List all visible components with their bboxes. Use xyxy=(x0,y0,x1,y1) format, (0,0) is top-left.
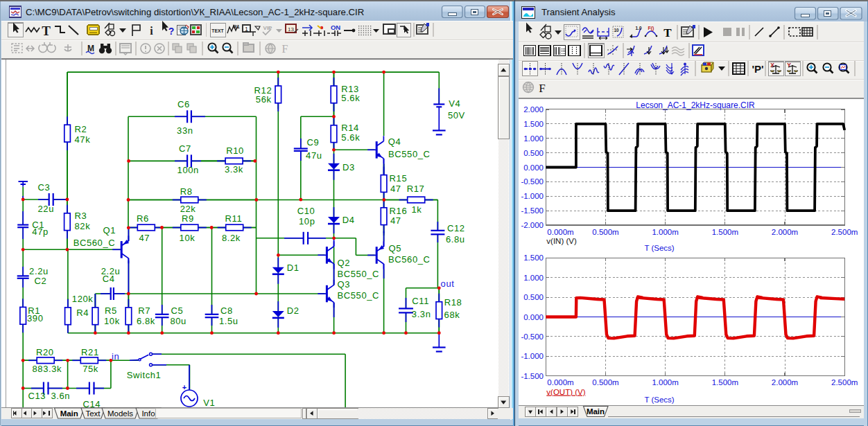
svg-text:R21: R21 xyxy=(81,347,99,357)
svg-text:BC550_C: BC550_C xyxy=(338,269,380,279)
svg-text:1.5u: 1.5u xyxy=(219,316,238,326)
svg-text:-1.000: -1.000 xyxy=(521,352,544,360)
svg-text:-1.500: -1.500 xyxy=(521,372,544,380)
svg-text:Info: Info xyxy=(141,409,155,418)
svg-text:ON: ON xyxy=(331,24,340,31)
svg-text:1.000m: 1.000m xyxy=(652,228,678,236)
svg-text:D1: D1 xyxy=(287,263,300,273)
svg-text:47: 47 xyxy=(390,215,401,226)
svg-text:v(IN) (V): v(IN) (V) xyxy=(546,237,577,245)
svg-text:Models: Models xyxy=(107,409,133,418)
svg-text:R11: R11 xyxy=(225,213,243,224)
svg-text:5.6k: 5.6k xyxy=(341,132,360,143)
svg-text:2.000: 2.000 xyxy=(523,105,544,114)
svg-text:?: ? xyxy=(168,26,175,37)
svg-text:C5: C5 xyxy=(171,305,183,316)
svg-text:Text: Text xyxy=(85,409,101,418)
svg-text:C8: C8 xyxy=(220,305,233,316)
svg-text:47u: 47u xyxy=(306,150,322,161)
svg-text:5.6k: 5.6k xyxy=(341,93,360,103)
svg-text:10p: 10p xyxy=(299,216,315,227)
svg-text:0.500: 0.500 xyxy=(523,293,544,301)
svg-text:2.000m: 2.000m xyxy=(772,378,798,387)
svg-text:C13: C13 xyxy=(28,391,46,401)
svg-text:883.3k: 883.3k xyxy=(33,364,62,374)
svg-text:D3: D3 xyxy=(342,162,355,172)
svg-text:R4: R4 xyxy=(76,308,89,318)
svg-text:VIP: VIP xyxy=(263,25,273,31)
svg-text:56k: 56k xyxy=(256,94,272,105)
svg-text:Lecson_AC-1_2kHz-square.CIR: Lecson_AC-1_2kHz-square.CIR xyxy=(636,100,755,110)
svg-text:R1: R1 xyxy=(233,24,240,30)
svg-text:-1.000: -1.000 xyxy=(521,192,544,200)
svg-text:R10: R10 xyxy=(226,145,244,156)
svg-text:R8: R8 xyxy=(180,186,193,197)
svg-text:2.000m: 2.000m xyxy=(772,228,798,236)
svg-text:2.500m: 2.500m xyxy=(831,378,858,387)
svg-text:1.000m: 1.000m xyxy=(652,378,678,387)
svg-text:0.000: 0.000 xyxy=(523,313,544,321)
svg-text:Main: Main xyxy=(587,407,605,416)
svg-text:R20: R20 xyxy=(36,347,54,357)
svg-text:Q3: Q3 xyxy=(338,279,351,290)
svg-text:v(OUT) (V): v(OUT) (V) xyxy=(546,388,585,396)
svg-text:-1.500: -1.500 xyxy=(521,206,544,215)
svg-text:R18: R18 xyxy=(444,297,462,308)
svg-text:100n: 100n xyxy=(177,165,199,175)
svg-text:1.500: 1.500 xyxy=(523,120,544,128)
svg-text:+: + xyxy=(182,383,186,391)
svg-text:R9: R9 xyxy=(182,213,194,224)
svg-text:0.500: 0.500 xyxy=(523,149,544,157)
svg-text:R15: R15 xyxy=(390,173,408,184)
svg-text:Transient Analysis: Transient Analysis xyxy=(541,7,616,17)
svg-text:1.000: 1.000 xyxy=(523,134,544,143)
svg-text:C9: C9 xyxy=(307,137,320,148)
svg-text:3.6n: 3.6n xyxy=(51,391,71,401)
svg-text:68k: 68k xyxy=(444,310,460,320)
svg-text:T (Secs): T (Secs) xyxy=(644,244,674,252)
svg-text:0.000m: 0.000m xyxy=(547,228,573,236)
svg-text:47k: 47k xyxy=(75,134,91,145)
svg-text:BC550_C: BC550_C xyxy=(388,149,431,159)
svg-text:R5: R5 xyxy=(105,305,117,316)
svg-text:Main: Main xyxy=(60,409,78,418)
svg-text:1.000: 1.000 xyxy=(523,274,544,282)
svg-text:0.000m: 0.000m xyxy=(547,378,573,387)
svg-text:i: i xyxy=(150,25,153,37)
svg-text:0.000: 0.000 xyxy=(523,163,544,172)
svg-text:2.2u: 2.2u xyxy=(29,266,49,276)
svg-text:2.500m: 2.500m xyxy=(831,228,858,236)
svg-text:R2: R2 xyxy=(75,124,87,134)
svg-text:50V: 50V xyxy=(448,110,465,121)
svg-text:-0.500: -0.500 xyxy=(521,332,544,341)
svg-text:-0.500: -0.500 xyxy=(521,177,544,186)
svg-text:47p: 47p xyxy=(32,227,49,237)
svg-text:3.3n: 3.3n xyxy=(412,309,431,319)
svg-text:V4: V4 xyxy=(449,98,460,109)
svg-text:C3: C3 xyxy=(38,182,51,193)
svg-text:390: 390 xyxy=(27,313,44,323)
svg-text:in: in xyxy=(112,351,119,362)
svg-text:T (Secs): T (Secs) xyxy=(644,396,674,404)
svg-text:1k: 1k xyxy=(412,204,422,215)
svg-text:3.3k: 3.3k xyxy=(225,164,243,175)
svg-text:Q2: Q2 xyxy=(338,258,351,268)
svg-text:13: 13 xyxy=(288,26,294,33)
svg-text:R14: R14 xyxy=(341,123,359,133)
svg-text:0.500m: 0.500m xyxy=(592,228,618,236)
svg-text:0.500m: 0.500m xyxy=(592,378,618,387)
svg-text:6.8u: 6.8u xyxy=(446,234,465,245)
svg-text:C7: C7 xyxy=(179,143,191,154)
svg-text:8.2k: 8.2k xyxy=(222,233,241,243)
svg-text:T: T xyxy=(663,26,672,39)
svg-text:D4: D4 xyxy=(342,215,355,225)
svg-text:82k: 82k xyxy=(75,221,91,231)
svg-text:Q5: Q5 xyxy=(389,243,402,254)
svg-text:out: out xyxy=(441,278,455,289)
svg-text:47: 47 xyxy=(139,233,150,243)
svg-text:75k: 75k xyxy=(83,364,98,374)
svg-text:V1: V1 xyxy=(203,398,215,408)
svg-text:F: F xyxy=(282,43,288,55)
svg-text:33n: 33n xyxy=(177,125,193,136)
svg-text:TEXT: TEXT xyxy=(211,28,224,33)
